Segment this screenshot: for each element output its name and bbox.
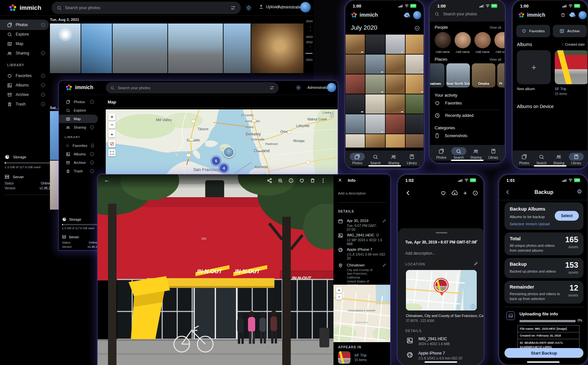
theme-sun-icon[interactable] (296, 85, 301, 90)
album-name[interactable]: SF Trip (555, 87, 566, 91)
photo-thumbnail[interactable] (346, 55, 365, 74)
photo-thumbnail[interactable] (365, 55, 385, 74)
add-description-field[interactable]: Add a description (338, 191, 366, 195)
sidebar-item-map[interactable]: Map (59, 115, 98, 123)
photo-thumbnail[interactable] (346, 114, 365, 134)
immich-logo[interactable]: immich (8, 4, 41, 12)
info-circle-icon[interactable]: i (41, 102, 45, 106)
photo-thumbnail[interactable] (386, 55, 405, 74)
map-fullscreen-button[interactable] (108, 149, 116, 156)
trash-icon[interactable] (561, 12, 565, 18)
back-button[interactable]: ← (104, 177, 110, 183)
photo-thumbnail[interactable] (406, 134, 424, 148)
sidebar-item-albums[interactable]: Albumsi (0, 80, 49, 90)
start-backup-button[interactable]: Start Backup (504, 348, 583, 358)
sidebar-item-photos[interactable]: Photosi (0, 20, 49, 30)
user-avatar[interactable] (327, 83, 336, 92)
add-name-label[interactable]: Add name (455, 50, 471, 54)
map-zoom-out-button[interactable]: − (336, 294, 342, 300)
add-name-label[interactable]: Add name (474, 50, 491, 54)
settings-gear-icon[interactable]: ⚙ (577, 188, 582, 195)
delete-trash-icon[interactable] (310, 178, 315, 183)
map-zoom-out-button[interactable]: − (108, 121, 116, 128)
map-style-button[interactable] (108, 140, 116, 147)
sidebar-item-photos[interactable]: Photosi (59, 98, 98, 106)
album-name[interactable]: SF Trip (354, 353, 367, 357)
photo-thumbnail[interactable] (346, 94, 365, 114)
edit-pencil-icon[interactable] (474, 239, 478, 244)
info-circle-icon[interactable]: i (90, 125, 94, 129)
photo-thumbnail[interactable] (406, 74, 424, 94)
share-icon[interactable] (267, 178, 272, 183)
add-name-label[interactable]: Add name (435, 50, 451, 54)
info-circle-icon[interactable] (376, 233, 379, 237)
photo-viewer[interactable]: IN-N-OUT IN-N-OUT IN-N-OUT (98, 174, 333, 365)
photo-thumbnail[interactable] (386, 114, 405, 134)
add-description-field[interactable]: Add description... (405, 251, 436, 256)
photo-thumbnail[interactable] (386, 94, 405, 114)
location-map-thumbnail[interactable]: FISHERMAN'S WHARF Beach Street + − (333, 285, 390, 342)
theme-sun-icon[interactable] (245, 5, 252, 11)
info-icon[interactable] (472, 190, 478, 196)
screenshots-row[interactable]: Screenshots (435, 133, 467, 138)
nav-sharing[interactable]: Sharing (467, 147, 485, 159)
photo-thumbnail[interactable] (50, 24, 81, 73)
map-zoom-in-button[interactable]: + (336, 287, 342, 293)
info-circle-icon[interactable]: i (90, 100, 94, 104)
sidebar-item-albums[interactable]: Albumsi (59, 150, 98, 158)
new-album-card[interactable]: + (517, 50, 551, 84)
nav-photos[interactable]: Photos (516, 153, 533, 165)
cloud-upload-icon[interactable] (452, 190, 458, 196)
location-map-thumbnail[interactable]: i (406, 270, 477, 310)
sidebar-item-favorites[interactable]: Favoritesi (0, 71, 49, 81)
photo-thumbnail[interactable] (406, 114, 424, 134)
places-view-all-link[interactable]: View all (489, 57, 501, 61)
favorite-heart-icon[interactable] (299, 178, 304, 183)
nav-library[interactable]: Library (403, 153, 421, 165)
sidebar-item-archive[interactable]: Archivei (59, 158, 98, 167)
photo-thumbnail[interactable] (386, 35, 405, 54)
sort-created-date-button[interactable]: ↑Created date (562, 42, 585, 46)
info-circle-icon[interactable]: i (41, 83, 45, 87)
sidebar-item-sharing[interactable]: Sharingi (59, 123, 98, 132)
edit-pencil-icon[interactable] (474, 262, 478, 266)
add-name-label[interactable]: Add name (494, 50, 505, 54)
photo-thumbnail[interactable] (406, 94, 424, 114)
people-view-all-link[interactable]: View all (489, 25, 501, 29)
select-check-circle-icon[interactable] (414, 25, 420, 31)
cloud-sync-icon[interactable] (569, 12, 576, 18)
place-tile[interactable]: Pi (497, 63, 505, 87)
photo-thumbnail[interactable] (168, 24, 223, 73)
photo-thumbnail[interactable] (365, 94, 385, 114)
timeline-scrubber[interactable]: 2024 2023 2022 2021 (303, 20, 313, 78)
map-compass-button[interactable]: ▲ (108, 130, 116, 137)
sidebar-item-trash[interactable]: Trashi (59, 167, 98, 175)
filter-sliders-icon[interactable] (230, 5, 236, 10)
filter-sliders-icon[interactable] (270, 86, 274, 90)
search-input[interactable]: Search your photos (106, 82, 279, 93)
photo-thumbnail[interactable] (346, 134, 365, 148)
map-cluster-marker[interactable]: 5 (212, 157, 220, 165)
photo-thumbnail[interactable] (365, 114, 385, 134)
sidebar-item-sharing[interactable]: Sharingi (0, 48, 49, 58)
info-circle-icon[interactable]: i (90, 161, 94, 165)
user-avatar[interactable] (300, 2, 311, 12)
nav-photos[interactable]: Photos (348, 153, 366, 165)
edit-pencil-icon[interactable] (382, 219, 386, 223)
sidebar-item-favorites[interactable]: Favoritesi (59, 141, 98, 150)
sidebar-item-archive[interactable]: Archivei (0, 89, 49, 100)
nav-sharing[interactable]: Sharing (385, 153, 403, 165)
photo-thumbnail[interactable] (406, 55, 424, 74)
sidebar-item-trash[interactable]: Trashi (0, 99, 49, 109)
map-attribution-info-icon[interactable]: i (471, 304, 475, 309)
person-item[interactable]: Add name (455, 32, 471, 54)
person-item[interactable]: Add name (474, 32, 491, 54)
photo-thumbnail[interactable] (224, 24, 251, 73)
person-item[interactable]: Add name (435, 32, 451, 54)
favorite-heart-icon[interactable] (441, 190, 446, 196)
sheet-drag-handle[interactable] (436, 232, 447, 233)
scrubber-handle[interactable] (305, 53, 313, 54)
sidebar-item-map[interactable]: Map (0, 39, 49, 49)
favorites-button[interactable]: Favorites (516, 25, 550, 37)
sidebar-item-explore[interactable]: Explore (59, 106, 98, 115)
